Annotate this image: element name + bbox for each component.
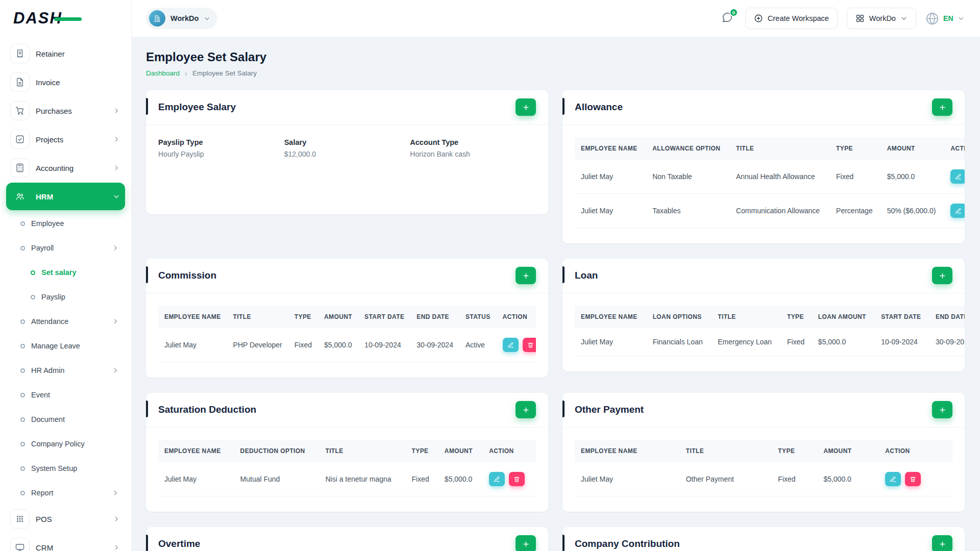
field-label: Salary [284, 138, 410, 146]
column-header: TITLE [319, 440, 405, 462]
table-cell: Fixed [772, 462, 817, 496]
add-loan-button[interactable] [932, 267, 952, 284]
add-commission-button[interactable] [516, 267, 536, 284]
column-header: ALLOWANCE OPTION [646, 137, 730, 160]
sidebar-item-invoice[interactable]: Invoice [6, 68, 125, 96]
saturation_deduction-data-table: EMPLOYEE NAMEDEDUCTION OPTIONTITLETYPEAM… [158, 440, 536, 496]
add-allowance-button[interactable] [932, 98, 952, 116]
table-cell: Juliet May [575, 194, 646, 228]
sidebar-subitem-attendance[interactable]: Attendance [6, 309, 125, 334]
workspace-selector[interactable]: WorkDo [146, 8, 217, 29]
table-cell: Communication Allowance [730, 194, 830, 228]
edit-button[interactable] [489, 472, 505, 486]
table-cell: Fixed [781, 328, 812, 356]
column-header: EMPLOYEE NAME [158, 306, 227, 328]
pos-icon [10, 509, 30, 529]
sidebar-subitem-report[interactable]: Report [6, 481, 125, 505]
card-title: Employee Salary [158, 102, 236, 113]
create-workspace-button[interactable]: Create Workspace [745, 8, 838, 29]
sidebar-subitem-set-salary[interactable]: Set salary [6, 260, 125, 285]
column-header: LOAN AMOUNT [812, 306, 875, 328]
actions-cell [944, 160, 965, 194]
sidebar-subitem-system-setup[interactable]: System Setup [6, 456, 125, 481]
messages-button[interactable]: 0 [718, 9, 736, 28]
sidebar-subitem-payslip[interactable]: Payslip [6, 285, 125, 309]
sidebar-item-crm[interactable]: CRM [6, 534, 125, 551]
delete-button[interactable] [523, 338, 536, 352]
add-overtime-button[interactable] [516, 535, 536, 551]
edit-button[interactable] [503, 338, 519, 352]
card-title: Overtime [158, 538, 200, 549]
sidebar-item-hrm[interactable]: HRM [6, 183, 125, 210]
table-cell: Juliet May [158, 328, 227, 362]
table-cell: Juliet May [575, 462, 680, 496]
edit-button[interactable] [885, 472, 901, 486]
field-label: Payslip Type [158, 138, 284, 146]
salary-summary: Payslip Type Hourly Payslip Salary $12,0… [146, 125, 548, 214]
table-cell: Other Payment [680, 462, 772, 496]
saturation-deduction-card: Saturation Deduction EMPLOYEE NAMEDEDUCT… [146, 393, 548, 512]
commission-table: EMPLOYEE NAMETITLETYPEAMOUNTSTART DATEEN… [158, 306, 536, 362]
field-value: $12,000.0 [284, 150, 410, 158]
plus-icon [522, 406, 530, 414]
chevron-down-icon [113, 193, 120, 200]
invoice-icon [10, 72, 30, 92]
column-header: END DATE [929, 306, 965, 328]
add-employee-salary-button[interactable] [516, 98, 536, 116]
content-column: WorkDo 0 Create Workspace WorkDo [132, 0, 980, 551]
sidebar-subitem-hr-admin[interactable]: HR Admin [6, 358, 125, 383]
circle-bullet-icon [20, 466, 25, 471]
plus-icon [939, 104, 946, 111]
table-cell: Percentage [830, 194, 881, 228]
table-cell: Fixed [830, 160, 881, 194]
circle-bullet-icon [20, 344, 25, 348]
field-value: Horizon Bank cash [410, 150, 536, 158]
circle-bullet-icon [20, 246, 25, 251]
sidebar-item-projects[interactable]: Projects [6, 126, 125, 153]
pencil-icon [955, 208, 962, 214]
language-selector[interactable]: EN [925, 12, 965, 26]
add-company-contribution-button[interactable] [932, 535, 952, 551]
sidebar-subitem-manage-leave[interactable]: Manage Leave [6, 334, 125, 358]
column-header: EMPLOYEE NAME [575, 440, 680, 462]
delete-button[interactable] [509, 472, 525, 486]
table-row: Juliet MayOther PaymentFixed$5,000.0 [575, 462, 952, 496]
sidebar-item-accounting[interactable]: Accounting [6, 154, 125, 182]
sidebar-subitem-label: Manage Leave [31, 342, 80, 350]
column-header: TYPE [781, 306, 812, 328]
table-cell: Active [459, 328, 497, 362]
add-other-payment-button[interactable] [932, 401, 952, 418]
edit-button[interactable] [950, 169, 965, 184]
sidebar-subitem-payroll[interactable]: Payroll [6, 236, 125, 260]
messages-badge: 0 [729, 8, 738, 17]
column-header: TYPE [288, 306, 318, 328]
field-label: Account Type [410, 138, 536, 146]
sidebar-subitem-company-policy[interactable]: Company Policy [6, 432, 125, 456]
circle-bullet-icon [31, 295, 35, 299]
sidebar-item-label: Retainer [36, 49, 65, 58]
receipt-icon [10, 44, 30, 63]
table-cell: Non Taxable [646, 160, 730, 194]
breadcrumb-dashboard-link[interactable]: Dashboard [146, 69, 180, 77]
sidebar-subitem-event[interactable]: Event [6, 383, 125, 407]
chevron-right-icon [112, 318, 119, 325]
sidebar-item-pos[interactable]: POS [6, 505, 125, 533]
column-header: AMOUNT [318, 306, 358, 328]
edit-button[interactable] [950, 204, 965, 218]
workspace-switch-button[interactable]: WorkDo [847, 8, 916, 29]
table-cell: 10-09-2024 [875, 328, 929, 356]
sidebar-subitem-employee[interactable]: Employee [6, 211, 125, 236]
trash-icon [527, 342, 534, 348]
app-logo[interactable]: DASH [0, 0, 131, 37]
add-saturation-deduction-button[interactable] [516, 401, 536, 418]
chevron-right-icon [113, 136, 120, 143]
delete-button[interactable] [905, 472, 921, 486]
salary-field: Salary $12,000.0 [284, 138, 410, 158]
company-contribution-card: Company Contribution [562, 527, 965, 551]
sidebar-subitem-document[interactable]: Document [6, 407, 125, 432]
sidebar-item-retainer[interactable]: Retainer [6, 40, 125, 67]
sidebar-item-purchases[interactable]: Purchases [6, 97, 125, 124]
column-header: DEDUCTION OPTION [234, 440, 320, 462]
table-row: Juliet MayMutual FundNisi a tenetur magn… [158, 462, 536, 496]
commission-card: Commission EMPLOYEE NAMETITLETYPEAMOUNTS… [146, 259, 548, 378]
